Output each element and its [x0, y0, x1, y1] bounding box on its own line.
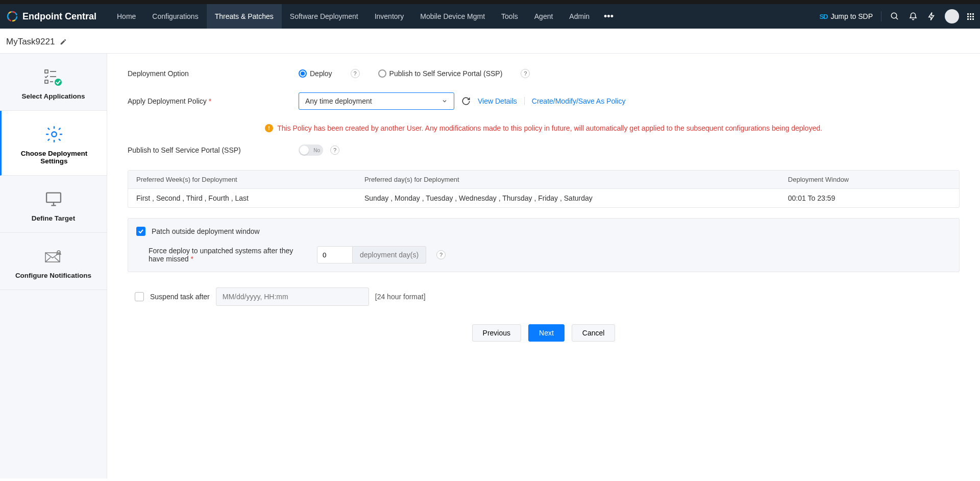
col-window-header: Deployment Window [788, 176, 951, 183]
sdp-label: Jump to SDP [831, 12, 873, 20]
step-label: Choose Deployment Settings [7, 150, 102, 165]
mail-bell-icon [5, 246, 102, 267]
nav-configurations[interactable]: Configurations [144, 4, 206, 29]
step-label: Select Applications [5, 92, 102, 100]
row-deployment-option: Deployment Option Deploy ? Publish to Se… [128, 69, 960, 78]
policy-warning: ! This Policy has been created by anothe… [128, 124, 960, 132]
previous-button[interactable]: Previous [472, 324, 521, 342]
suspend-checkbox[interactable] [135, 292, 144, 301]
deployment-option-label: Deployment Option [128, 69, 299, 78]
svg-rect-12 [46, 193, 61, 203]
bell-icon[interactable] [908, 11, 918, 21]
svg-point-3 [891, 13, 897, 18]
create-modify-link[interactable]: Create/Modify/Save As Policy [532, 97, 626, 105]
days-suffix: deployment day(s) [353, 246, 426, 263]
form-content: Deployment Option Deploy ? Publish to Se… [107, 54, 980, 478]
format-hint: [24 hour format] [375, 293, 426, 301]
brand-logo[interactable]: Endpoint Central [6, 10, 96, 22]
radio-deploy[interactable]: Deploy [299, 69, 332, 78]
patch-outside-checkbox[interactable] [136, 227, 145, 236]
radio-label: Publish to Self Service Portal (SSP) [389, 69, 503, 78]
help-icon[interactable]: ? [330, 146, 339, 155]
step-configure-notifications[interactable]: Configure Notifications [0, 233, 107, 290]
nav-inventory[interactable]: Inventory [366, 4, 412, 29]
deployment-option-radio-group: Deploy ? Publish to Self Service Portal … [299, 69, 530, 78]
patch-outside-label: Patch outside deployment window [152, 227, 260, 235]
cell-weeks: First , Second , Third , Fourth , Last [136, 194, 364, 202]
refresh-icon[interactable] [461, 97, 471, 106]
bolt-icon[interactable] [926, 11, 937, 21]
edit-icon[interactable] [60, 38, 67, 45]
step-label: Configure Notifications [5, 272, 102, 279]
nav-tools[interactable]: Tools [493, 4, 526, 29]
panel-body: Force deploy to unpatched systems after … [136, 246, 951, 263]
days-input[interactable] [317, 246, 353, 263]
patch-outside-panel: Patch outside deployment window Force de… [128, 218, 960, 272]
svg-point-11 [52, 132, 57, 137]
search-icon[interactable] [890, 11, 900, 21]
nav-home[interactable]: Home [109, 4, 144, 29]
view-details-link[interactable]: View Details [478, 97, 517, 105]
list-check-icon [5, 67, 102, 87]
help-icon[interactable]: ? [521, 69, 530, 78]
deployment-schedule-table: Preferred Week(s) for Deployment Preferr… [128, 170, 960, 208]
help-icon[interactable]: ? [351, 69, 360, 78]
table-header: Preferred Week(s) for Deployment Preferr… [128, 171, 959, 189]
cell-window: 00:01 To 23:59 [788, 194, 951, 202]
step-select-applications[interactable]: Select Applications [0, 54, 107, 111]
radio-icon [378, 69, 386, 78]
app-header: Endpoint Central Home Configurations Thr… [0, 4, 980, 29]
cell-days: Sunday , Monday , Tuesday , Wednesday , … [364, 194, 788, 202]
apps-grid-icon[interactable] [967, 13, 974, 20]
brand-name: Endpoint Central [22, 11, 96, 22]
toggle-knob [300, 146, 309, 155]
window-topbar [0, 0, 980, 4]
gear-icon [7, 124, 102, 145]
avatar[interactable] [945, 9, 959, 23]
wizard-sidebar: Select Applications Choose Deployment Se… [0, 54, 107, 478]
step-label: Define Target [5, 214, 102, 222]
nav-agent[interactable]: Agent [526, 4, 561, 29]
policy-select[interactable]: Any time deployment [299, 92, 454, 110]
svg-rect-5 [45, 70, 48, 73]
publish-ssp-label: Publish to Self Service Portal (SSP) [128, 146, 299, 154]
svg-point-10 [55, 79, 62, 86]
nav-admin[interactable]: Admin [561, 4, 598, 29]
warning-text: This Policy has been created by another … [277, 124, 822, 132]
monitor-icon [5, 189, 102, 209]
jump-to-sdp[interactable]: SD Jump to SDP [819, 12, 873, 20]
force-deploy-label: Force deploy to unpatched systems after … [149, 247, 307, 263]
row-apply-policy: Apply Deployment Policy * Any time deplo… [128, 92, 960, 110]
nav-threats-patches[interactable]: Threats & Patches [207, 4, 282, 29]
step-deployment-settings[interactable]: Choose Deployment Settings [0, 111, 107, 176]
divider [881, 11, 881, 21]
chevron-down-icon [442, 98, 448, 104]
nav-more[interactable]: ••• [598, 11, 620, 22]
help-icon[interactable]: ? [436, 250, 446, 259]
select-value: Any time deployment [305, 97, 372, 105]
radio-label: Deploy [310, 69, 332, 78]
panel-head: Patch outside deployment window [136, 227, 951, 236]
svg-line-4 [896, 17, 898, 19]
col-weeks-header: Preferred Week(s) for Deployment [136, 176, 364, 183]
col-days-header: Preferred day(s) for Deployment [364, 176, 788, 183]
toggle-label: No [313, 148, 320, 153]
radio-ssp[interactable]: Publish to Self Service Portal (SSP) [378, 69, 503, 78]
task-name: MyTask9221 [6, 37, 55, 47]
row-publish-ssp: Publish to Self Service Portal (SSP) No … [128, 145, 960, 156]
step-define-target[interactable]: Define Target [0, 176, 107, 233]
next-button[interactable]: Next [528, 324, 565, 342]
link-separator [524, 97, 525, 105]
ssp-toggle[interactable]: No [299, 145, 323, 156]
svg-rect-8 [45, 80, 48, 83]
main-area: Select Applications Choose Deployment Se… [0, 54, 980, 478]
suspend-datetime-input[interactable] [216, 287, 369, 306]
task-title-bar: MyTask9221 [0, 29, 980, 54]
sdp-icon: SD [819, 13, 827, 20]
days-input-group: deployment day(s) [317, 246, 426, 263]
nav-mobile-device-mgmt[interactable]: Mobile Device Mgmt [412, 4, 493, 29]
nav-software-deployment[interactable]: Software Deployment [282, 4, 366, 29]
cancel-button[interactable]: Cancel [572, 324, 616, 342]
warn-icon: ! [265, 124, 273, 132]
table-row: First , Second , Third , Fourth , Last S… [128, 189, 959, 207]
